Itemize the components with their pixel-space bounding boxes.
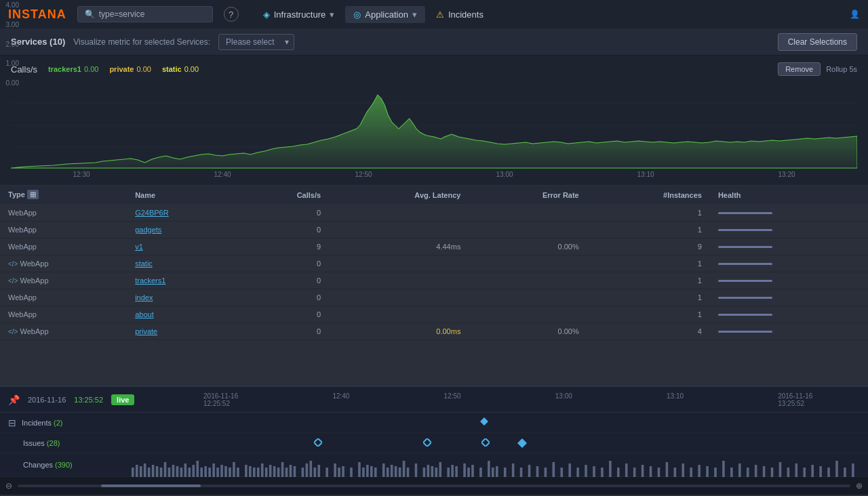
- svg-rect-107: [658, 468, 660, 477]
- svg-rect-109: [674, 468, 677, 477]
- incident-marker-1: [480, 417, 488, 428]
- user-icon[interactable]: 👤: [850, 9, 860, 19]
- svg-rect-24: [189, 468, 191, 477]
- svg-rect-120: [763, 466, 766, 477]
- help-button[interactable]: ?: [224, 7, 239, 22]
- y-label-1: 1.00: [0, 60, 19, 67]
- svg-rect-121: [771, 468, 774, 477]
- service-link[interactable]: G24BP6R: [135, 209, 169, 217]
- tl-x-end: 2016-11-1613:25:52: [778, 392, 812, 407]
- svg-rect-111: [690, 468, 692, 477]
- svg-rect-52: [310, 461, 313, 477]
- error-cell: 0.00%: [469, 239, 587, 255]
- svg-rect-78: [447, 468, 450, 477]
- incidents-section: ⊟ Incidents (2): [0, 413, 868, 433]
- chevron-down-application-icon: ▾: [412, 9, 417, 20]
- collapse-icon[interactable]: ⊟: [8, 417, 16, 428]
- zoom-out-icon[interactable]: ⊖: [5, 481, 12, 491]
- timeline-top: 📌 2016-11-16 13:25:52 live 2016-11-1612:…: [0, 387, 868, 413]
- metric-select[interactable]: Please select: [218, 34, 294, 50]
- svg-rect-65: [382, 463, 385, 477]
- latency-cell: [329, 255, 469, 272]
- type-cell: WebApp: [0, 306, 127, 323]
- legend-static-name: static: [162, 65, 182, 73]
- service-link[interactable]: about: [135, 310, 154, 318]
- search-bar[interactable]: 🔍 type=service: [77, 6, 213, 22]
- name-cell: trackers1: [127, 272, 239, 289]
- svg-rect-106: [650, 466, 652, 477]
- svg-rect-115: [722, 461, 725, 477]
- svg-rect-26: [196, 461, 199, 477]
- legend-trackers1-name: trackers1: [48, 65, 81, 73]
- zoom-in-icon[interactable]: ⊕: [856, 481, 863, 491]
- metric-select-wrap[interactable]: Please select: [218, 34, 294, 50]
- issues-bar-area: [132, 436, 860, 450]
- nav-infrastructure[interactable]: ◈ Infrastructure ▾: [255, 6, 343, 23]
- nav-incidents[interactable]: ⚠ Incidents: [428, 6, 492, 23]
- name-cell: static: [127, 255, 239, 272]
- service-link[interactable]: static: [135, 260, 153, 268]
- svg-rect-81: [463, 463, 466, 477]
- remove-button[interactable]: Remove: [778, 62, 821, 76]
- code-icon: </>: [8, 260, 18, 268]
- svg-rect-113: [706, 466, 709, 477]
- calls-cell: 0: [239, 222, 329, 239]
- svg-rect-82: [467, 468, 470, 477]
- col-calls: Calls/s: [239, 186, 329, 205]
- type-cell: WebApp: [0, 222, 127, 239]
- calls-cell: 0: [239, 205, 329, 222]
- svg-rect-103: [625, 463, 628, 477]
- service-link[interactable]: gadgets: [135, 226, 161, 234]
- svg-rect-90: [520, 468, 523, 477]
- table-row: </> WebApp trackers1 0 1: [0, 272, 868, 289]
- legend-private-name: private: [109, 65, 134, 73]
- svg-rect-49: [294, 466, 296, 477]
- service-link[interactable]: index: [135, 293, 153, 302]
- instances-cell: 1: [587, 272, 710, 289]
- chart-header: Calls/s trackers1 0.00 private 0.00 stat…: [11, 62, 857, 76]
- svg-rect-57: [338, 468, 340, 477]
- service-link[interactable]: private: [135, 327, 157, 335]
- svg-rect-99: [593, 466, 595, 477]
- nav-infrastructure-label: Infrastructure: [274, 9, 326, 20]
- svg-rect-20: [172, 465, 175, 477]
- svg-rect-29: [208, 468, 211, 477]
- x-label-1250: 12:50: [355, 171, 372, 178]
- incidents-count: (2): [54, 419, 62, 427]
- filter-icon[interactable]: ⊞: [27, 190, 39, 199]
- nav-application[interactable]: ◎ Application ▾: [345, 6, 425, 23]
- pin-icon[interactable]: 📌: [8, 394, 20, 405]
- clear-selections-button[interactable]: Clear Selections: [778, 33, 857, 51]
- x-label-1230: 12:30: [73, 171, 90, 178]
- changes-section: Changes (390): [0, 453, 868, 477]
- svg-rect-93: [545, 468, 547, 477]
- calls-cell: 9: [239, 239, 329, 255]
- incidents-label: Incidents (2): [22, 419, 130, 427]
- issues-label: Issues (28): [23, 439, 132, 447]
- svg-rect-42: [265, 468, 268, 477]
- search-value: type=service: [99, 9, 145, 19]
- service-link[interactable]: v1: [135, 243, 143, 251]
- svg-rect-87: [496, 466, 498, 477]
- col-error: Error Rate: [469, 186, 587, 205]
- instances-cell: 1: [587, 289, 710, 306]
- svg-rect-48: [290, 465, 292, 477]
- svg-rect-108: [666, 462, 669, 477]
- svg-rect-102: [617, 468, 620, 477]
- chart-controls: Remove Rollup 5s: [778, 62, 857, 76]
- legend-private: private 0.00: [109, 65, 151, 73]
- col-health: Health: [710, 186, 868, 205]
- svg-rect-83: [471, 465, 474, 477]
- health-cell: [710, 323, 868, 340]
- bottom-scrollbar[interactable]: ⊖ ⊕: [0, 477, 868, 495]
- scroll-track[interactable]: [18, 484, 850, 487]
- svg-rect-63: [370, 466, 373, 477]
- issue-marker-1: [314, 438, 322, 449]
- changes-bar-area: [132, 458, 860, 472]
- svg-marker-6: [314, 438, 322, 447]
- svg-rect-123: [787, 468, 790, 477]
- infrastructure-icon: ◈: [263, 9, 270, 20]
- x-label-1240: 12:40: [214, 171, 231, 178]
- service-link[interactable]: trackers1: [135, 276, 165, 285]
- scroll-thumb[interactable]: [101, 484, 201, 487]
